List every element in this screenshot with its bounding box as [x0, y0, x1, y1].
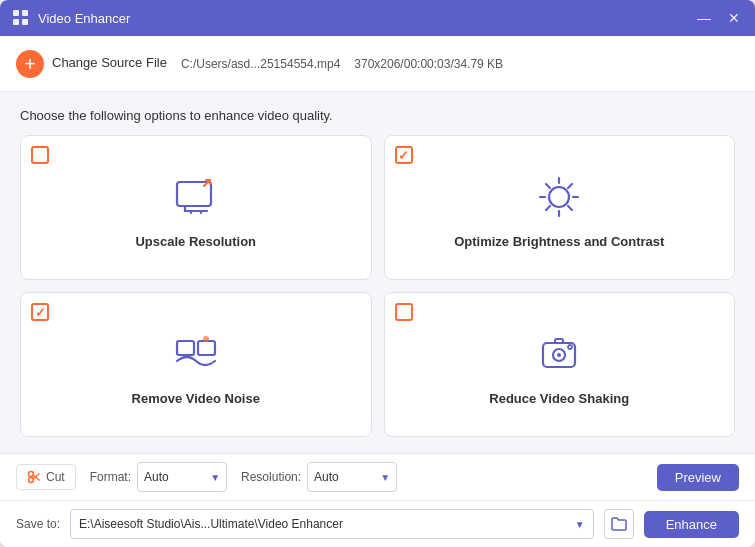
svg-line-12	[568, 206, 572, 210]
noise-checkbox[interactable]: ✓	[31, 303, 51, 323]
shaking-icon	[532, 327, 586, 381]
scissors-icon	[27, 470, 41, 484]
brightness-checkbox[interactable]: ✓	[395, 146, 415, 166]
svg-point-22	[568, 345, 572, 349]
svg-rect-3	[22, 19, 28, 25]
option-upscale[interactable]: Upscale Resolution	[20, 135, 372, 280]
brightness-icon	[532, 170, 586, 224]
format-value: Auto	[144, 470, 206, 484]
browse-folder-button[interactable]	[604, 509, 634, 539]
svg-point-6	[549, 187, 569, 207]
upscale-checkbox-unchecked	[31, 146, 49, 164]
svg-rect-21	[555, 339, 563, 343]
source-bar: + Change Source File C:/Users/asd...2515…	[0, 36, 755, 92]
svg-rect-2	[13, 19, 19, 25]
noise-icon	[169, 327, 223, 381]
close-button[interactable]: ✕	[725, 9, 743, 27]
save-bar: Save to: E:\Aiseesoft Studio\Ais...Ultim…	[0, 500, 755, 547]
svg-line-14	[546, 206, 550, 210]
enhance-button[interactable]: Enhance	[644, 511, 739, 538]
save-path-arrow-icon: ▼	[575, 519, 585, 530]
resolution-value: Auto	[314, 470, 376, 484]
format-label: Format:	[90, 470, 131, 484]
file-info: 370x206/00:00:03/34.79 KB	[354, 57, 503, 71]
instruction-text: Choose the following options to enhance …	[20, 108, 735, 123]
option-noise[interactable]: ✓ Remove Video Noise	[20, 292, 372, 437]
shaking-checkbox[interactable]	[395, 303, 415, 323]
svg-rect-16	[198, 341, 215, 355]
upscale-checkbox[interactable]	[31, 146, 51, 166]
options-grid: Upscale Resolution ✓	[20, 135, 735, 437]
option-brightness[interactable]: ✓ Optimize Brightness and	[384, 135, 736, 280]
svg-rect-1	[22, 10, 28, 16]
save-path-dropdown[interactable]: E:\Aiseesoft Studio\Ais...Ultimate\Video…	[70, 509, 594, 539]
change-source-label: Change Source File	[52, 55, 167, 72]
noise-checkbox-checked: ✓	[31, 303, 49, 321]
minimize-button[interactable]: —	[695, 9, 713, 27]
bottom-toolbar: Cut Format: Auto ▼ Resolution: Auto ▼ Pr…	[0, 453, 755, 500]
option-shaking[interactable]: Reduce Video Shaking	[384, 292, 736, 437]
folder-icon	[611, 517, 627, 531]
shaking-label: Reduce Video Shaking	[489, 391, 629, 406]
svg-point-20	[557, 353, 561, 357]
window-controls: — ✕	[695, 9, 743, 27]
resolution-label: Resolution:	[241, 470, 301, 484]
app-title: Video Enhancer	[38, 11, 695, 26]
svg-line-11	[546, 184, 550, 188]
app-icon	[12, 9, 30, 27]
save-to-label: Save to:	[16, 517, 60, 531]
resolution-arrow-icon: ▼	[380, 472, 390, 483]
svg-rect-0	[13, 10, 19, 16]
resolution-group: Resolution: Auto ▼	[241, 462, 397, 492]
preview-button[interactable]: Preview	[657, 464, 739, 491]
save-path-text: E:\Aiseesoft Studio\Ais...Ultimate\Video…	[79, 517, 571, 531]
cut-button[interactable]: Cut	[16, 464, 76, 490]
app-window: Video Enhancer — ✕ + Change Source File …	[0, 0, 755, 547]
format-group: Format: Auto ▼	[90, 462, 227, 492]
format-arrow-icon: ▼	[210, 472, 220, 483]
upscale-icon	[169, 170, 223, 224]
title-bar: Video Enhancer — ✕	[0, 0, 755, 36]
add-icon: +	[16, 50, 44, 78]
upscale-label: Upscale Resolution	[135, 234, 256, 249]
file-path: C:/Users/asd...25154554.mp4	[181, 57, 340, 71]
svg-point-17	[203, 336, 209, 342]
main-content: Choose the following options to enhance …	[0, 92, 755, 453]
shaking-checkbox-unchecked	[395, 303, 413, 321]
format-dropdown[interactable]: Auto ▼	[137, 462, 227, 492]
brightness-checkbox-checked: ✓	[395, 146, 413, 164]
svg-line-13	[568, 184, 572, 188]
svg-rect-15	[177, 341, 194, 355]
cut-label: Cut	[46, 470, 65, 484]
brightness-label: Optimize Brightness and Contrast	[454, 234, 664, 249]
noise-label: Remove Video Noise	[132, 391, 260, 406]
svg-rect-4	[177, 182, 211, 206]
resolution-dropdown[interactable]: Auto ▼	[307, 462, 397, 492]
change-source-button[interactable]: + Change Source File	[16, 50, 167, 78]
